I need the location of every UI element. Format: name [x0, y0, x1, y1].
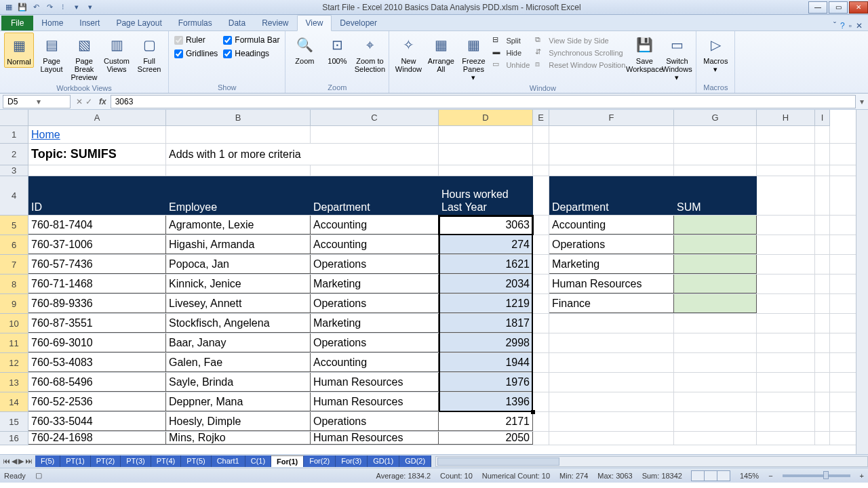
cell[interactable] [757, 165, 815, 176]
cell[interactable] [757, 353, 815, 372]
split-button[interactable]: ⊟Split [492, 35, 530, 46]
cell[interactable] [533, 144, 549, 165]
cell[interactable] [311, 165, 439, 176]
header-id[interactable]: ID [28, 176, 166, 215]
cell-id[interactable]: 760-87-3551 [28, 314, 166, 333]
undo-icon[interactable]: ↶ [30, 1, 42, 14]
column-header[interactable]: C [311, 110, 439, 126]
cell[interactable] [674, 432, 757, 445]
cell[interactable] [815, 126, 830, 143]
cell-department[interactable]: Accounting [311, 216, 439, 235]
cell[interactable] [757, 412, 815, 431]
zoom-slider[interactable] [783, 474, 850, 477]
cell-department[interactable]: Operations [311, 333, 439, 352]
cell-department[interactable]: Human Resources [311, 432, 439, 445]
row-header[interactable]: 14 [0, 392, 28, 412]
cell-dept-lookup[interactable]: Finance [549, 294, 674, 313]
cell-employee[interactable]: Deppner, Mana [166, 392, 311, 411]
column-header[interactable]: D [439, 110, 533, 126]
cell[interactable] [549, 373, 674, 392]
file-tab[interactable]: File [1, 16, 33, 30]
cell[interactable] [674, 126, 757, 143]
cell-employee[interactable]: Sayle, Brinda [166, 373, 311, 392]
sheet-tab[interactable]: GD(2) [399, 455, 431, 467]
minimize-ribbon-icon[interactable]: ˇ [833, 21, 836, 30]
ruler-checkbox[interactable]: Ruler [174, 35, 218, 45]
cell-id[interactable]: 760-89-9336 [28, 294, 166, 313]
last-sheet-icon[interactable]: ⏭ [25, 457, 33, 466]
headings-checkbox[interactable]: Headings [223, 49, 279, 58]
cell[interactable] [815, 333, 830, 352]
macro-record-icon[interactable]: ▢ [35, 471, 42, 480]
cell[interactable] [533, 353, 549, 372]
row-header[interactable]: 3 [0, 165, 28, 176]
cell[interactable] [815, 255, 830, 274]
custom-views-button[interactable]: ▥Custom Views [102, 33, 132, 75]
cell[interactable] [439, 126, 533, 143]
cell-id[interactable]: 760-71-1468 [28, 274, 166, 293]
cell[interactable] [533, 165, 549, 176]
cell[interactable] [533, 126, 549, 143]
cell[interactable] [815, 392, 830, 411]
first-sheet-icon[interactable]: ⏮ [3, 457, 10, 466]
cell[interactable] [533, 176, 549, 215]
cell-hours[interactable]: 1944 [439, 353, 533, 372]
view-shortcuts[interactable] [692, 470, 730, 481]
full-screen-button[interactable]: ▢Full Screen [134, 33, 164, 75]
next-sheet-icon[interactable]: ▶ [18, 457, 24, 466]
expand-formula-icon[interactable]: ▾ [856, 97, 868, 106]
cell-sum-result[interactable] [674, 294, 757, 313]
save-icon[interactable]: 💾 [16, 1, 28, 14]
sheet-tab[interactable]: F(5) [35, 455, 60, 467]
cell-hours[interactable]: 1396 [439, 392, 533, 411]
cell[interactable] [549, 126, 674, 143]
row-header[interactable]: 11 [0, 333, 28, 353]
cell-id[interactable]: 760-69-3010 [28, 333, 166, 352]
name-box[interactable]: D5▾ [3, 95, 71, 108]
new-window-button[interactable]: ✧New Window [393, 33, 423, 75]
cell-id[interactable]: 760-52-2536 [28, 392, 166, 411]
row-header[interactable]: 2 [0, 144, 28, 165]
close-button[interactable]: ✕ [849, 1, 868, 14]
sheet-tab[interactable]: PT(4) [151, 455, 182, 467]
cell-hours[interactable]: 1817 [439, 314, 533, 333]
column-header[interactable]: E [533, 110, 549, 126]
row-header[interactable]: 8 [0, 274, 28, 294]
cell-id[interactable]: 760-33-5044 [28, 412, 166, 431]
maximize-button[interactable]: ▭ [829, 1, 848, 14]
cell-sum-result[interactable] [674, 255, 757, 274]
cell-id[interactable]: 760-53-4083 [28, 353, 166, 372]
fill-handle[interactable] [531, 410, 535, 414]
cell-department[interactable]: Human Resources [311, 392, 439, 411]
header-sum[interactable]: SUM [674, 176, 757, 215]
freeze-panes-button[interactable]: ▦Freeze Panes ▾ [458, 33, 488, 83]
sheet-tab[interactable]: Chart1 [212, 455, 245, 467]
cell[interactable] [815, 373, 830, 392]
header-department2[interactable]: Department [549, 176, 674, 215]
sheet-tab[interactable]: PT(5) [181, 455, 212, 467]
cell[interactable] [757, 432, 815, 445]
tab-review[interactable]: Review [254, 16, 296, 30]
cell-employee[interactable]: Stockfisch, Angelena [166, 314, 311, 333]
row-header[interactable]: 5 [0, 216, 28, 235]
cell[interactable] [815, 235, 830, 254]
cell[interactable] [757, 274, 815, 293]
cell[interactable] [757, 216, 815, 235]
cell[interactable] [757, 333, 815, 352]
row-header[interactable]: 6 [0, 235, 28, 255]
qat-btn[interactable]: ▾ [71, 1, 83, 14]
row-header[interactable]: 13 [0, 373, 28, 392]
cell-sum-result[interactable] [674, 274, 757, 293]
help-icon[interactable]: ? [840, 21, 845, 30]
cell-id[interactable]: 760-81-7404 [28, 216, 166, 235]
cell-sum-result[interactable] [674, 216, 757, 235]
row-header[interactable]: 4 [0, 176, 28, 216]
cell[interactable] [815, 216, 830, 235]
cell[interactable] [533, 216, 549, 235]
qat-more-icon[interactable]: ▾ [84, 1, 96, 14]
cell-hours[interactable]: 1219 [439, 294, 533, 313]
cell-dept-lookup[interactable]: Human Resources [549, 274, 674, 293]
tab-formulas[interactable]: Formulas [170, 16, 220, 30]
column-header[interactable]: H [757, 110, 815, 126]
cell[interactable] [166, 165, 311, 176]
